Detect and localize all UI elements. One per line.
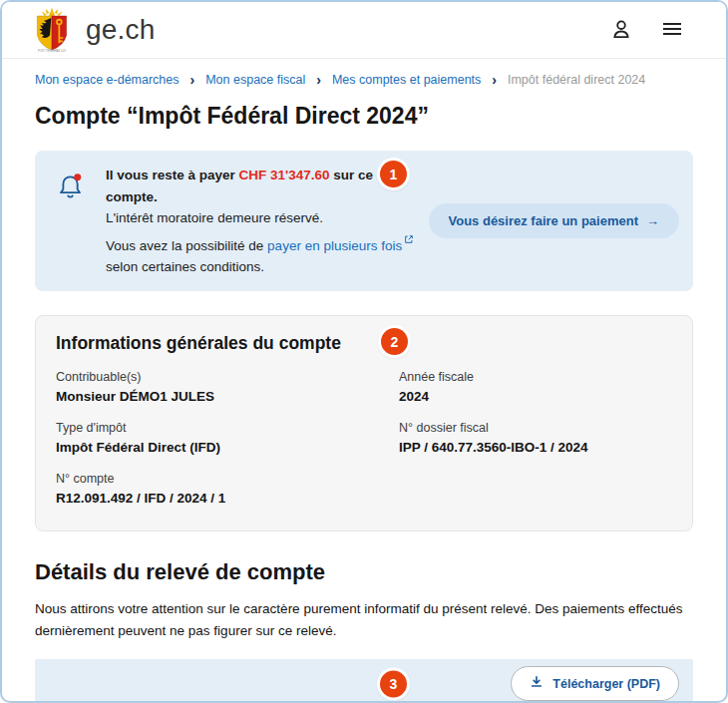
amount-due-prefix: Il vous reste à payer (106, 168, 239, 182)
page-title: Compte “Impôt Fédéral Direct 2024” (35, 103, 693, 130)
notification-text: Il vous reste à payer CHF 31'347.60 sur … (106, 165, 415, 277)
field-numero-compte: N° compte R12.091.492 / IFD / 2024 / 1 (56, 470, 399, 509)
bell-notification-icon (57, 173, 84, 201)
download-pdf-label: Télécharger (PDF) (552, 677, 660, 691)
account-info-right-column: Année fiscale 2024 N° dossier fiscal IPP… (399, 368, 672, 521)
breadcrumb-link-espace-fiscal[interactable]: Mon espace fiscal (205, 73, 305, 87)
breadcrumb-current: Impôt fédéral direct 2024 (508, 73, 645, 87)
breadcrumb-link-e-demarches[interactable]: Mon espace e-démarches (35, 73, 180, 87)
account-icon[interactable] (608, 17, 634, 43)
account-info-grid: Contribuable(s) Monsieur DÉMO1 JULES Typ… (56, 368, 672, 521)
installments-line: Vous avez la possibilité de payer en plu… (106, 229, 415, 278)
breadcrumb: Mon espace e-démarches › Mon espace fisc… (2, 59, 726, 88)
field-label: Type d'impôt (56, 419, 399, 438)
field-label: N° dossier fiscal (399, 419, 672, 438)
make-payment-button[interactable]: Vous désirez faire un paiement → (429, 203, 679, 238)
field-value: Monsieur DÉMO1 JULES (56, 387, 399, 407)
annotation-badge-1: 1 (380, 161, 407, 187)
geneva-coat-of-arms-logo[interactable]: POST TENEBRAS LUX (32, 7, 72, 53)
make-payment-label: Vous désirez faire un paiement (449, 213, 638, 228)
field-dossier-fiscal: N° dossier fiscal IPP / 640.77.3560-IBO-… (399, 419, 672, 458)
field-value: Impôt Fédéral Direct (IFD) (56, 438, 399, 458)
site-header: POST TENEBRAS LUX ge.ch (2, 2, 726, 59)
amount-due-value: CHF 31'347.60 (239, 168, 330, 182)
chevron-right-icon: › (190, 72, 195, 88)
browser-page: POST TENEBRAS LUX ge.ch Mon espace e-dém… (0, 0, 728, 703)
external-link-icon (404, 229, 414, 251)
svg-text:POST TENEBRAS LUX: POST TENEBRAS LUX (38, 49, 66, 53)
account-info-left-column: Contribuable(s) Monsieur DÉMO1 JULES Typ… (56, 368, 399, 521)
statement-title: Détails du relevé de compte (35, 559, 693, 585)
amount-due-line: Il vous reste à payer CHF 31'347.60 sur … (106, 165, 415, 207)
pay-in-installments-link[interactable]: payer en plusieurs fois (267, 237, 402, 252)
installments-suffix: selon certaines conditions. (106, 259, 264, 274)
field-value: IPP / 640.77.3560-IBO-1 / 2024 (399, 438, 672, 458)
statement-table: 3 Télécharger (PDF) Opération Crédit ou … (35, 659, 693, 703)
interest-reserved-line: L'intérêt moratoire demeure réservé. (106, 207, 415, 229)
field-label: N° compte (56, 470, 399, 489)
annotation-badge-3: 3 (380, 670, 407, 697)
arrow-right-icon: → (646, 213, 659, 228)
account-info-title: Informations générales du compte (56, 333, 672, 354)
field-contribuable: Contribuable(s) Monsieur DÉMO1 JULES (56, 368, 399, 407)
field-annee-fiscale: Année fiscale 2024 (399, 368, 672, 407)
account-info-card: Informations générales du compte 2 Contr… (35, 315, 693, 531)
payment-notification-panel: Il vous reste à payer CHF 31'347.60 sur … (35, 151, 693, 291)
statement-toolbar: 3 Télécharger (PDF) (35, 659, 693, 703)
chevron-right-icon: › (316, 72, 321, 88)
field-value: R12.091.492 / IFD / 2024 / 1 (56, 489, 399, 509)
statement-disclaimer: Nous attirons votre attention sur le car… (35, 598, 693, 641)
breadcrumb-link-comptes-paiements[interactable]: Mes comptes et paiements (332, 73, 481, 87)
chevron-right-icon: › (492, 72, 497, 88)
download-icon (530, 675, 544, 692)
brand-wordmark[interactable]: ge.ch (86, 14, 156, 46)
menu-icon[interactable] (660, 17, 686, 43)
installments-prefix: Vous avez la possibilité de (106, 237, 267, 252)
download-pdf-button[interactable]: Télécharger (PDF) (511, 666, 679, 701)
field-type-impot: Type d'impôt Impôt Fédéral Direct (IFD) (56, 419, 399, 458)
field-label: Contribuable(s) (56, 368, 399, 387)
field-value: 2024 (399, 387, 672, 407)
field-label: Année fiscale (399, 368, 672, 387)
